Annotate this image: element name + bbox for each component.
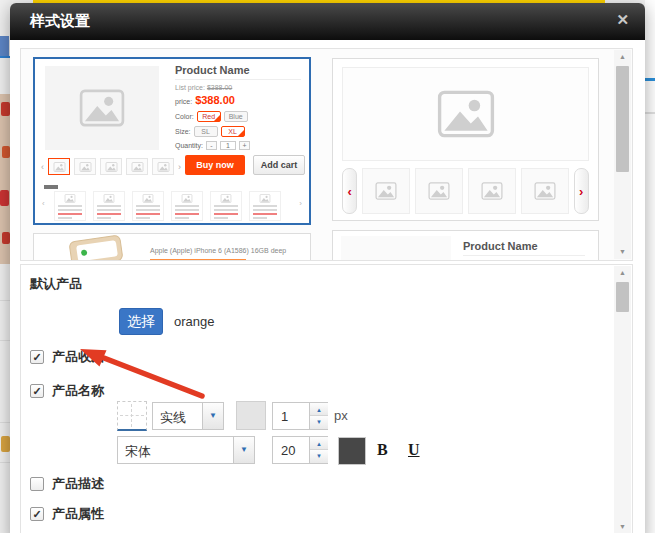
preview-quantity-row: Quantity: - 1 + (175, 141, 250, 150)
thumbnail (48, 158, 70, 175)
checkbox-product-name[interactable]: ✓ (30, 384, 44, 398)
related-product-card (171, 191, 203, 221)
chevron-down-icon[interactable]: ▼ (202, 403, 223, 429)
border-width-spinner[interactable]: 1 ▲ ▼ (272, 402, 328, 430)
chevron-left-icon: ‹ (342, 168, 357, 214)
font-size-spinner[interactable]: 20 ▲ ▼ (272, 436, 328, 464)
checkbox-product-favorite[interactable]: ✓ (30, 350, 44, 364)
size-option-xl: XL (221, 126, 245, 137)
preview-product-name: Product Name (175, 64, 301, 80)
preview-product-title: Apple (Apple) iPhone 6 (A1586) 16GB deep (150, 247, 286, 254)
scroll-up-icon[interactable]: ▲ (614, 266, 631, 280)
scroll-up-icon[interactable]: ▲ (614, 50, 631, 64)
scroll-down-icon[interactable]: ▼ (614, 520, 631, 533)
thumbnail (468, 168, 516, 214)
checkbox-label: 产品名称 (52, 382, 104, 400)
related-products-section: ‹ › (38, 183, 306, 221)
scroll-down-icon[interactable]: ▼ (614, 245, 631, 259)
dialog-title: 样式设置 (30, 12, 90, 31)
quantity-plus: + (239, 141, 250, 150)
selected-product-value: orange (174, 314, 214, 329)
thumbnail (362, 168, 410, 214)
chevron-right-icon: › (299, 199, 302, 208)
row-product-description: 产品描述 (30, 475, 104, 493)
related-product-card (210, 191, 242, 221)
border-side-picker[interactable] (117, 401, 147, 431)
default-product-label: 默认产品 (30, 275, 82, 293)
row-product-favorite: ✓ 产品收藏 (30, 348, 104, 366)
font-color-swatch[interactable] (338, 437, 366, 465)
related-product-card (132, 191, 164, 221)
checkbox-product-description[interactable] (30, 477, 44, 491)
screen: 样式设置 ✕ Product Name List price: $388.00 … (0, 0, 655, 533)
chevron-right-icon: › (178, 162, 181, 172)
spinner-down-icon[interactable]: ▼ (310, 416, 328, 429)
quantity-value: 1 (220, 141, 236, 150)
font-family-select[interactable]: 宋体 ▼ (117, 436, 255, 464)
underline-button[interactable]: U (408, 441, 420, 459)
related-product-card (93, 191, 125, 221)
preview-thumbnail-strip: ‹ › (41, 158, 181, 175)
preview-size-row: Size: SL XL (175, 126, 245, 137)
background-blue-button (0, 36, 9, 56)
add-cart-button: Add cart (253, 155, 305, 175)
size-option-sl: SL (194, 126, 218, 137)
background-list-icon (1, 436, 10, 452)
template-gallery: Product Name List price: $388.00 price:$… (20, 48, 633, 261)
preview-product-name: Product Name (463, 240, 585, 256)
thumbnail (152, 158, 174, 175)
select-product-button[interactable]: 选择 (119, 308, 163, 335)
preview-color-row: Color: Red Blue (175, 111, 248, 122)
border-style-select[interactable]: 实线 ▼ (152, 402, 224, 430)
template-card-detail2[interactable]: Product Name List price: $388.00 (332, 230, 599, 261)
row-product-attributes: ✓ 产品属性 (30, 505, 104, 523)
thumbnail (74, 158, 96, 175)
related-products-label (44, 185, 58, 189)
style-settings-dialog: 样式设置 ✕ Product Name List price: $388.00 … (10, 3, 645, 533)
preview-thumbnail-carousel: ‹ › (342, 167, 589, 215)
chevron-left-icon: ‹ (42, 199, 45, 208)
border-color-swatch[interactable] (236, 401, 266, 430)
template-card-iphone[interactable]: Apple (Apple) iPhone 6 (A1586) 16GB deep (33, 233, 311, 261)
checkbox-label: 产品属性 (52, 505, 104, 523)
thumbnail (100, 158, 122, 175)
chevron-right-icon: › (574, 168, 589, 214)
related-product-card (54, 191, 86, 221)
preview-price: price:$388.00 (175, 94, 235, 106)
preview-price-line (150, 259, 246, 261)
bold-button[interactable]: B (377, 441, 388, 459)
chevron-down-icon[interactable]: ▼ (233, 437, 254, 463)
settings-scrollbar[interactable]: ▲ ▼ (614, 266, 631, 533)
related-product-card (249, 191, 281, 221)
background-page-right (645, 0, 655, 533)
row-product-name: ✓ 产品名称 (30, 382, 104, 400)
product-image-placeholder (341, 236, 451, 261)
close-icon[interactable]: ✕ (616, 11, 629, 29)
spinner-down-icon[interactable]: ▼ (310, 450, 328, 463)
scrollbar-thumb[interactable] (616, 282, 629, 312)
checkbox-label: 产品收藏 (52, 348, 104, 366)
thumbnail (415, 168, 463, 214)
preview-list-price: List price: $388.00 (175, 84, 232, 91)
thumbnail (126, 158, 148, 175)
spinner-up-icon[interactable]: ▲ (310, 437, 328, 450)
thumbnail (521, 168, 569, 214)
color-option-red: Red (197, 111, 221, 122)
dialog-header: 样式设置 ✕ (10, 3, 645, 40)
scrollbar-thumb[interactable] (616, 66, 629, 172)
product-image-placeholder (342, 67, 589, 161)
product-image-placeholder (45, 66, 159, 150)
quantity-minus: - (206, 141, 217, 150)
iphone-product-image (68, 235, 123, 261)
spinner-up-icon[interactable]: ▲ (310, 403, 328, 416)
chevron-left-icon: ‹ (41, 162, 44, 172)
checkbox-label: 产品描述 (52, 475, 104, 493)
template-card-selected[interactable]: Product Name List price: $388.00 price:$… (33, 57, 311, 225)
checkbox-product-attributes[interactable]: ✓ (30, 507, 44, 521)
template-scrollbar[interactable]: ▲ ▼ (614, 50, 631, 259)
px-unit-label: px (334, 408, 348, 423)
buy-now-button: Buy now (185, 155, 245, 175)
settings-panel: 默认产品 选择 orange ✓ 产品收藏 ✓ 产品名称 实线 ▼ 1 (20, 264, 633, 533)
color-option-blue: Blue (224, 111, 248, 122)
template-card-gallery[interactable]: ‹ › (332, 58, 599, 221)
